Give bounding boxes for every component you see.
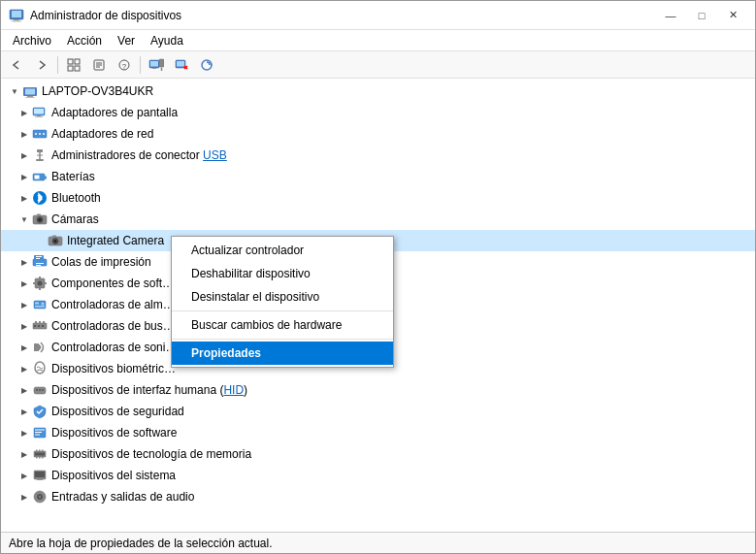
- list-item[interactable]: ▶ Dispositivos de software: [1, 422, 755, 443]
- status-bar: Abre la hoja de propiedades de la selecc…: [1, 532, 755, 553]
- remove-button[interactable]: [170, 54, 193, 76]
- item-label: Dispositivos del sistema: [51, 469, 176, 482]
- ctx-separator-2: [172, 339, 393, 340]
- list-item[interactable]: ▶ Baterías: [1, 166, 755, 187]
- svg-rect-85: [35, 435, 40, 436]
- minimize-button[interactable]: —: [656, 6, 685, 25]
- svg-rect-73: [34, 325, 36, 327]
- list-item[interactable]: ▶ Administradores de conector USB: [1, 145, 755, 166]
- svg-rect-37: [37, 149, 43, 152]
- svg-point-79: [36, 389, 38, 391]
- window-title: Administrador de dispositivos: [30, 9, 181, 22]
- svg-rect-52: [52, 236, 56, 238]
- svg-rect-72: [43, 321, 45, 323]
- device-tree[interactable]: ▼ LAPTOP-OV3B4UKR ▶: [1, 79, 755, 532]
- svg-rect-55: [36, 263, 44, 264]
- expand-icon[interactable]: ▶: [16, 382, 32, 398]
- expand-icon[interactable]: ▶: [16, 425, 32, 440]
- expand-all-button[interactable]: [62, 54, 85, 76]
- components-icon: [32, 276, 48, 291]
- svg-rect-42: [45, 177, 47, 179]
- svg-rect-88: [39, 450, 41, 452]
- expand-icon[interactable]: ▶: [16, 318, 32, 334]
- expand-icon[interactable]: ▶: [16, 147, 32, 163]
- expand-icon[interactable]: ▶: [16, 361, 32, 376]
- item-label: Dispositivos de seguridad: [51, 405, 184, 418]
- svg-rect-87: [36, 450, 38, 452]
- expand-icon[interactable]: ▶: [16, 254, 32, 270]
- menu-ver[interactable]: Ver: [110, 30, 143, 51]
- menu-ayuda[interactable]: Ayuda: [143, 30, 191, 51]
- expand-icon[interactable]: ▼: [16, 212, 32, 227]
- expand-icon[interactable]: ▶: [16, 190, 32, 206]
- tree-root[interactable]: ▼ LAPTOP-OV3B4UKR: [1, 81, 755, 102]
- ctx-separator-1: [172, 310, 393, 311]
- title-icon: [9, 8, 24, 23]
- root-icon: [22, 83, 38, 99]
- ctx-buscar[interactable]: Buscar cambios de hardware: [172, 313, 393, 337]
- menu-accion[interactable]: Acción: [59, 30, 110, 51]
- item-label: Componentes de soft…: [51, 277, 174, 290]
- ctx-propiedades[interactable]: Propiedades: [172, 342, 393, 365]
- svg-point-47: [39, 218, 42, 221]
- root-expand-icon[interactable]: ▼: [7, 83, 22, 99]
- svg-rect-70: [35, 321, 37, 323]
- list-item[interactable]: ▶ Dispositivos del sistema: [1, 465, 755, 486]
- svg-rect-2: [14, 19, 19, 21]
- expand-icon[interactable]: ▶: [16, 105, 32, 120]
- list-item[interactable]: ▶ Dispositivos de interfaz humana (HID): [1, 379, 755, 401]
- svg-point-81: [42, 389, 44, 391]
- svg-rect-89: [42, 450, 44, 452]
- list-item[interactable]: ▶ Dispositivos de seguridad: [1, 401, 755, 422]
- menu-archivo[interactable]: Archivo: [5, 30, 59, 51]
- svg-rect-7: [75, 66, 80, 71]
- ctx-desinstalar[interactable]: Desinstalar el dispositivo: [172, 285, 393, 309]
- forward-button[interactable]: [30, 54, 53, 76]
- svg-point-80: [39, 389, 41, 391]
- svg-rect-30: [34, 109, 44, 114]
- list-item[interactable]: ▶ Bluetooth: [1, 187, 755, 209]
- ctx-actualizar[interactable]: Actualizar controlador: [172, 239, 393, 262]
- context-menu: Actualizar controlador Deshabilitar disp…: [171, 236, 394, 368]
- item-label: Administradores de conector USB: [51, 148, 227, 162]
- title-bar: Administrador de dispositivos — □ ✕: [1, 1, 755, 30]
- camera-icon: [32, 212, 48, 227]
- maximize-button[interactable]: □: [687, 6, 716, 25]
- show-hidden-button[interactable]: [145, 54, 168, 76]
- list-item[interactable]: ▼ Cámaras: [1, 209, 755, 230]
- expand-icon[interactable]: ▶: [16, 297, 32, 312]
- properties-button[interactable]: [87, 54, 111, 76]
- svg-rect-90: [36, 457, 38, 459]
- help-button[interactable]: ?: [113, 54, 136, 76]
- item-label: Integrated Camera: [67, 234, 164, 247]
- expand-icon[interactable]: ▶: [16, 489, 32, 505]
- list-item[interactable]: ▶ Dispositivos de tecnología de memoria: [1, 443, 755, 465]
- list-item[interactable]: ▶ Adaptadores de pantalla: [1, 102, 755, 123]
- expand-icon[interactable]: ▶: [16, 276, 32, 291]
- svg-point-35: [39, 133, 41, 135]
- svg-rect-75: [42, 325, 44, 327]
- list-item[interactable]: ▶ Adaptadores de red: [1, 123, 755, 145]
- expand-icon[interactable]: ▶: [16, 468, 32, 483]
- svg-rect-54: [33, 259, 47, 266]
- svg-rect-56: [36, 265, 41, 266]
- svg-rect-1: [12, 11, 21, 17]
- back-button[interactable]: [5, 54, 28, 76]
- item-label: Dispositivos de software: [51, 426, 177, 440]
- item-label: Entradas y salidas de audio: [51, 490, 194, 504]
- svg-rect-92: [42, 457, 44, 459]
- close-button[interactable]: ✕: [718, 6, 747, 25]
- list-item[interactable]: ▶ Entradas y salidas de audio: [1, 486, 755, 507]
- expand-icon[interactable]: ▶: [16, 169, 32, 184]
- expand-icon[interactable]: ▶: [16, 446, 32, 462]
- battery-icon: [32, 169, 48, 184]
- expand-icon[interactable]: ▶: [16, 404, 32, 419]
- expand-icon[interactable]: ▶: [16, 340, 32, 355]
- ctx-deshabilitar[interactable]: Deshabilitar dispositivo: [172, 262, 393, 285]
- item-label: Dispositivos de interfaz humana (HID): [51, 383, 247, 397]
- network-adapter-icon: [32, 126, 48, 142]
- expand-icon[interactable]: ▶: [16, 126, 32, 142]
- svg-rect-64: [39, 288, 41, 290]
- scan-button[interactable]: [195, 54, 218, 76]
- svg-rect-43: [35, 176, 40, 179]
